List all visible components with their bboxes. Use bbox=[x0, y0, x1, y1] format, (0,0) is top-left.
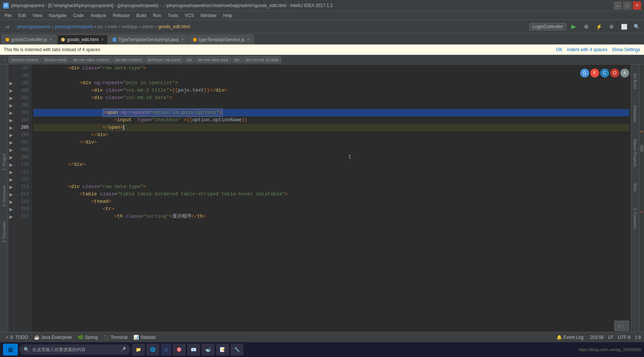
maximize-button[interactable]: □ bbox=[623, 1, 631, 10]
status-statistic[interactable]: 📊 Statistic bbox=[131, 334, 158, 341]
sidebar-maven[interactable]: Maven Projects bbox=[633, 139, 637, 167]
tab-icon-js bbox=[6, 38, 9, 42]
toolbar-icon-3[interactable]: ⚙ bbox=[606, 22, 617, 32]
code-line-217: <th class="sorting">显示顺序</th> bbox=[33, 213, 629, 220]
gutter-bookmark: ▶ bbox=[8, 109, 14, 116]
code-editor[interactable]: 197 198 199 200 201 202 203 204 205 206 … bbox=[14, 65, 631, 332]
menu-analyze[interactable]: Analyze bbox=[87, 11, 109, 20]
status-todo[interactable]: ✓ 6: TODO bbox=[3, 334, 30, 341]
minimize-button[interactable]: — bbox=[614, 1, 622, 10]
start-button[interactable]: ⊞ bbox=[3, 344, 18, 356]
status-java-enterprise[interactable]: ☕ Java Enterprise bbox=[32, 334, 74, 341]
menu-help[interactable]: Help bbox=[220, 11, 235, 20]
toolbar-icon-1[interactable]: ⚙ bbox=[581, 22, 591, 32]
vertical-scrollbar[interactable] bbox=[640, 65, 643, 332]
taskbar-app3[interactable]: 🐋 bbox=[202, 344, 215, 356]
taskbar-chrome[interactable]: 🌐 bbox=[146, 344, 159, 356]
taskbar-explorer[interactable]: 📁 bbox=[132, 344, 145, 356]
breadcrumb-section-content[interactable]: section.content bbox=[9, 56, 41, 63]
run-button[interactable]: ▶ bbox=[568, 22, 579, 32]
sidebar-structure[interactable]: 2: Structure bbox=[2, 186, 6, 207]
taskbar-app5[interactable]: 🔧 bbox=[230, 344, 243, 356]
browser-icon-row: G F C O A bbox=[580, 69, 629, 77]
breadcrumb-pinyougoushopweb[interactable]: pinyougoushopweb bbox=[54, 24, 93, 29]
breadcrumb-pinyougouparent[interactable]: pinyougouparent bbox=[17, 24, 50, 29]
scroll-bar-area[interactable] bbox=[639, 65, 644, 332]
code-text-area[interactable]: <div class="row data-type"> <div ng-repe… bbox=[32, 65, 631, 332]
tab-close-goodscontroller[interactable]: ✕ bbox=[49, 37, 52, 42]
todo-label: 6: TODO bbox=[10, 335, 28, 340]
indent-link[interactable]: Indent with 4 spaces bbox=[567, 47, 607, 52]
status-lf: LF bbox=[608, 335, 613, 340]
status-event-log[interactable]: 🔔 Event Log bbox=[554, 334, 586, 341]
search-toolbar-button[interactable]: 🔍 bbox=[631, 22, 642, 32]
taskbar-app1[interactable]: 🎯 bbox=[173, 344, 186, 356]
menu-vcs[interactable]: VCS bbox=[182, 11, 197, 20]
sidebar-favorites-right[interactable]: 2: Favorites bbox=[633, 208, 637, 229]
chrome-taskbar-icon: 🌐 bbox=[150, 347, 156, 352]
tab-goodscontroller[interactable]: goodsController.js ✕ bbox=[1, 34, 56, 44]
chrome-icon[interactable]: G bbox=[580, 69, 589, 77]
safari-icon[interactable]: A bbox=[620, 69, 629, 77]
settings-link[interactable]: Show Settings bbox=[612, 47, 640, 52]
firefox-icon[interactable]: F bbox=[590, 69, 599, 77]
breadcrumb-div-spec-tab-pane[interactable]: div#spec.tab-pane bbox=[145, 56, 183, 63]
opera-icon[interactable]: O bbox=[610, 69, 619, 77]
taskbar-search-box[interactable]: 🔍 在这里输入你要搜索的内容 🎤 bbox=[19, 344, 130, 355]
code-line-213: <div class="row data-type"> bbox=[33, 183, 629, 191]
scroll-marker-error bbox=[641, 212, 643, 212]
menu-build[interactable]: Build bbox=[133, 11, 149, 20]
tab-close-typetemplate-js[interactable]: ✕ bbox=[247, 37, 250, 42]
menu-view[interactable]: View bbox=[30, 11, 45, 20]
breadcrumb-div-box-body[interactable]: div.box-body bbox=[42, 56, 70, 63]
windows-icon: ⊞ bbox=[8, 346, 13, 353]
tab-typetemplate-service-js[interactable]: typeTemplateService.js ✕ bbox=[189, 34, 254, 44]
menu-edit[interactable]: Edit bbox=[15, 11, 29, 20]
taskbar-app2[interactable]: 📧 bbox=[187, 344, 200, 356]
terminal-icon: ⬛ bbox=[104, 335, 109, 340]
menu-window[interactable]: Window bbox=[197, 11, 219, 20]
taskbar-intellij[interactable]: IJ bbox=[161, 344, 171, 356]
menu-file[interactable]: File bbox=[1, 11, 14, 20]
breadcrumb-div-row-data-type[interactable]: div.row.data-type bbox=[195, 56, 231, 63]
line-num-207: 207 bbox=[14, 139, 29, 146]
tab-typetemplate-serviceimpl[interactable]: TypeTemplateServiceImpl.java ✕ bbox=[109, 34, 188, 44]
breadcrumb-div-col-md-10[interactable]: div.col-md-10.data bbox=[243, 56, 282, 63]
menu-tools[interactable]: Tools bbox=[165, 11, 181, 20]
status-spring[interactable]: 🌿 Spring bbox=[76, 334, 100, 341]
sidebar-project[interactable]: 1: Project bbox=[2, 153, 6, 171]
tab-close-typetemplate[interactable]: ✕ bbox=[181, 37, 184, 42]
ie-icon[interactable]: C bbox=[600, 69, 609, 77]
toolbar-icon-4[interactable]: ⬜ bbox=[619, 22, 629, 32]
tab-close-goods-edit[interactable]: ✕ bbox=[101, 37, 104, 42]
gutter-line bbox=[8, 65, 14, 72]
breadcrumb-div2[interactable]: div bbox=[232, 56, 242, 63]
sidebar-web[interactable]: Web bbox=[633, 183, 637, 191]
back-nav-button[interactable]: ‹‹ bbox=[2, 22, 13, 32]
sidebar-art-build[interactable]: Art Build bbox=[633, 73, 637, 89]
breadcrumb-div-nav-tabs[interactable]: div.nav-tabs-custom bbox=[70, 56, 112, 63]
ok-link[interactable]: OK bbox=[556, 47, 562, 52]
breadcrumb-back[interactable]: ‹‹ bbox=[2, 57, 8, 62]
close-button[interactable]: ✕ bbox=[633, 1, 641, 10]
breadcrumb-div-tab-content[interactable]: div.tab-content bbox=[113, 56, 144, 63]
sidebar-database[interactable]: Database bbox=[633, 105, 637, 123]
sidebar-favorites[interactable]: 2: Favorites bbox=[2, 221, 6, 242]
microphone-icon: 🎤 bbox=[120, 347, 126, 352]
toolbar-icon-2[interactable]: ⚡ bbox=[594, 22, 604, 32]
mini-box-icon2: ⋮ bbox=[621, 324, 625, 328]
taskbar-app4[interactable]: 📝 bbox=[216, 344, 229, 356]
login-controller-button[interactable]: LoginController bbox=[530, 23, 566, 30]
tab-goods-edit-html[interactable]: goods_edit.html ✕ bbox=[57, 34, 108, 44]
menu-refactor[interactable]: Refactor bbox=[110, 11, 133, 20]
line-num-210: 210 bbox=[14, 161, 29, 168]
statistic-label: Statistic bbox=[140, 335, 156, 340]
scrollbar-thumb[interactable] bbox=[640, 145, 643, 152]
mini-box[interactable]: □ ⋮ bbox=[614, 321, 629, 331]
breadcrumb-div[interactable]: div bbox=[184, 56, 195, 63]
menu-navigate[interactable]: Navigate bbox=[46, 11, 69, 20]
menu-run[interactable]: Run bbox=[150, 11, 164, 20]
right-sidebar: Art Build Database Maven Projects Web 2:… bbox=[631, 65, 639, 332]
menu-code[interactable]: Code bbox=[70, 11, 87, 20]
status-terminal[interactable]: ⬛ Terminal bbox=[102, 334, 130, 341]
